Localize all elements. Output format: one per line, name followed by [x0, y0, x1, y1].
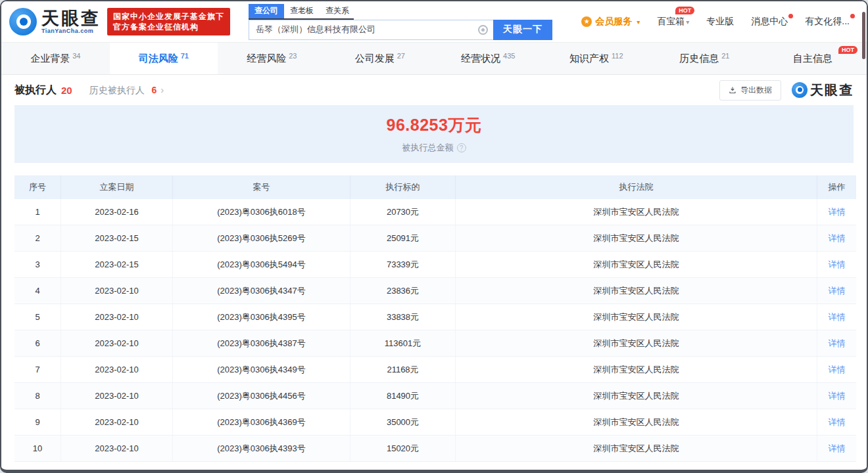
execution-court: 深圳市宝安区人民法院: [455, 436, 817, 461]
chevron-down-icon: ▾: [686, 18, 689, 26]
execution-court: 深圳市宝安区人民法院: [455, 357, 817, 382]
execution-target: 73339元: [350, 252, 455, 277]
case-number: (2023)粤0306执6018号: [172, 199, 350, 225]
nav-tab-历史信息[interactable]: 历史信息21: [650, 43, 759, 74]
nav-tab-经营状况[interactable]: 经营状况435: [434, 43, 542, 74]
detail-link[interactable]: 详情: [829, 338, 846, 349]
action-cell: 详情: [817, 199, 856, 225]
header-menu: ★会员服务▾百宝箱▾HOT专业版消息中心有文化得...: [581, 16, 850, 28]
history-executed-label: 历史被执行人: [89, 85, 145, 95]
detail-link[interactable]: 详情: [829, 364, 846, 376]
nav-tab-label: 知识产权: [569, 53, 609, 65]
help-question-icon[interactable]: ?: [457, 143, 466, 152]
column-header: 立案日期: [60, 175, 172, 199]
execution-court: 深圳市宝安区人民法院: [455, 409, 817, 435]
filing-date: 2023-02-10: [60, 304, 172, 330]
tianyancha-logo[interactable]: 天眼查 TianYanCha.com: [9, 8, 101, 35]
export-data-button[interactable]: 导出数据: [719, 80, 781, 101]
detail-link[interactable]: 详情: [829, 311, 846, 323]
brand-domain: TianYanCha.com: [41, 28, 101, 34]
nav-tab-count: 27: [397, 52, 405, 60]
case-number: (2023)粤0306执4349号: [172, 357, 350, 382]
brand-name: 天眼查: [41, 9, 101, 28]
execution-target: 81490元: [350, 383, 455, 409]
case-number: (2023)粤0306执4369号: [172, 409, 350, 435]
filing-date: 2023-02-15: [60, 252, 172, 277]
case-number: (2023)粤0306执4387号: [172, 330, 350, 356]
execution-target: 20730元: [350, 199, 455, 225]
detail-link[interactable]: 详情: [829, 259, 846, 271]
watermark-brand-text: 天眼查: [810, 81, 854, 99]
action-cell: 详情: [817, 252, 856, 277]
detail-link[interactable]: 详情: [829, 285, 846, 297]
tianyancha-logo-icon: [9, 8, 37, 35]
notification-dot: [788, 14, 793, 18]
detail-link[interactable]: 详情: [829, 443, 846, 455]
header-menu-item[interactable]: 专业版: [706, 16, 734, 28]
search-tab-查关系[interactable]: 查关系: [320, 4, 355, 18]
header-menu-label: 专业版: [706, 16, 734, 26]
filing-date: 2023-02-10: [60, 436, 172, 461]
table-row: 72023-02-10(2023)粤0306执4349号21168元深圳市宝安区…: [14, 357, 856, 383]
table-header-row: 序号立案日期案号执行标的执行法院操作: [14, 175, 856, 199]
history-executed-link[interactable]: 历史被执行人 6 ›: [89, 84, 164, 97]
chevron-right-icon: ›: [160, 84, 164, 95]
nav-tab-企业背景[interactable]: 企业背景34: [1, 43, 110, 74]
header-menu-item[interactable]: ★会员服务▾: [581, 16, 640, 28]
action-cell: 详情: [817, 330, 856, 356]
column-header: 执行标的: [350, 175, 455, 199]
section-count-badge: 20: [61, 85, 72, 96]
nav-tab-经营风险[interactable]: 经营风险23: [218, 43, 326, 74]
nav-tab-label: 司法风险: [139, 53, 178, 65]
search-button[interactable]: 天眼一下: [493, 20, 552, 40]
execution-court: 深圳市宝安区人民法院: [455, 278, 817, 304]
case-number: (2023)粤0306执5269号: [172, 225, 350, 251]
nav-tab-count: 23: [289, 52, 297, 60]
action-cell: 详情: [817, 278, 856, 304]
table-row: 42023-02-10(2023)粤0306执4347号23836元深圳市宝安区…: [14, 278, 856, 304]
detail-link[interactable]: 详情: [829, 390, 846, 402]
search-type-tabs: 查公司查老板查关系: [249, 4, 354, 20]
notification-dot: [850, 14, 855, 18]
main-content: 被执行人 20 历史被执行人 6 › 导出数据 天眼查: [1, 75, 867, 462]
header-menu-label: 有文化得...: [805, 16, 850, 26]
nav-tab-自主信息[interactable]: 自主信息HOT: [759, 43, 867, 74]
header-menu-item[interactable]: 消息中心: [751, 16, 788, 28]
browser-page: 天眼查 TianYanCha.com 国家中小企业发展子基金旗下 官方备案企业征…: [0, 0, 868, 473]
table-row: 82023-02-10(2023)粤0306执4456号81490元深圳市宝安区…: [14, 383, 856, 409]
nav-tab-司法风险[interactable]: 司法风险71: [110, 43, 218, 74]
total-executed-label: 被执行总金额: [402, 142, 454, 154]
hot-badge: HOT: [675, 7, 694, 14]
gov-certification-badge: 国家中小企业发展子基金旗下 官方备案企业征信机构: [107, 8, 230, 35]
search-tab-查老板[interactable]: 查老板: [284, 4, 320, 18]
scrollbar-thumb[interactable]: [862, 12, 865, 59]
action-cell: 详情: [817, 436, 856, 461]
watermark-logo: 天眼查: [792, 81, 854, 99]
table-row: 32023-02-15(2023)粤0306执5494号73339元深圳市宝安区…: [14, 252, 856, 278]
search-tab-查公司[interactable]: 查公司: [249, 4, 284, 18]
header-menu-item[interactable]: 有文化得...: [805, 16, 850, 28]
hot-badge: HOT: [838, 46, 857, 54]
nav-tab-label: 经营风险: [247, 53, 286, 65]
nav-tab-label: 历史信息: [679, 53, 719, 65]
nav-tab-label: 企业背景: [30, 53, 70, 65]
search-input[interactable]: [249, 20, 493, 40]
detail-link[interactable]: 详情: [829, 233, 846, 244]
nav-tab-count: 435: [503, 52, 515, 60]
execution-target: 113601元: [350, 330, 455, 356]
nav-tab-知识产权[interactable]: 知识产权112: [542, 43, 651, 74]
company-nav-tabs: 企业背景34司法风险71经营风险23公司发展27经营状况435知识产权112历史…: [1, 42, 867, 75]
nav-tab-label: 公司发展: [355, 53, 395, 65]
detail-link[interactable]: 详情: [829, 417, 846, 428]
column-header: 序号: [14, 175, 60, 199]
executed-amount-banner: 96.8253万元 被执行总金额 ?: [14, 105, 854, 163]
execution-target: 33838元: [350, 304, 455, 330]
nav-tab-公司发展[interactable]: 公司发展27: [326, 43, 435, 74]
filing-date: 2023-02-10: [60, 330, 172, 356]
header-menu-item[interactable]: 百宝箱▾HOT: [657, 16, 689, 28]
table-row: 62023-02-10(2023)粤0306执4387号113601元深圳市宝安…: [14, 330, 856, 357]
table-body: 12023-02-16(2023)粤0306执6018号20730元深圳市宝安区…: [14, 199, 856, 462]
camera-search-icon[interactable]: [478, 25, 488, 35]
execution-court: 深圳市宝安区人民法院: [455, 330, 817, 356]
detail-link[interactable]: 详情: [829, 206, 846, 218]
